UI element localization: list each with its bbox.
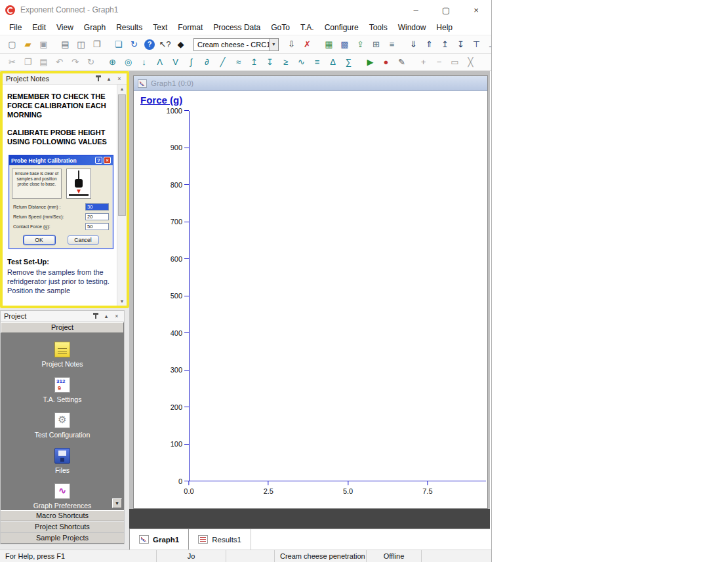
macro-record-icon[interactable]: ●: [379, 55, 393, 69]
clear-results-icon[interactable]: ✗: [300, 37, 314, 51]
shortcut-bar[interactable]: Sample Projects: [1, 532, 124, 544]
trough-detect-icon[interactable]: V: [169, 55, 182, 69]
project-panel-item[interactable]: Graph Preferences: [33, 483, 92, 510]
linear-fit-icon[interactable]: ╱: [216, 55, 230, 69]
pin-icon[interactable]: [92, 312, 100, 320]
minimize-button[interactable]: –: [401, 0, 431, 20]
refresh-icon[interactable]: ↻: [127, 37, 141, 51]
zero-force-icon[interactable]: ⊕: [106, 55, 119, 69]
collapse-icon[interactable]: ▴: [102, 312, 110, 320]
View[interactable]: View: [51, 22, 79, 33]
Format[interactable]: Format: [172, 22, 208, 33]
scroll-down-icon[interactable]: ▼: [117, 297, 127, 306]
project-panel-item[interactable]: T.A. Settings: [43, 377, 82, 403]
cut-icon[interactable]: ✂: [5, 55, 19, 69]
calibrate-height-icon[interactable]: ⊥: [485, 37, 492, 51]
shortcut-bar[interactable]: Macro Shortcuts: [1, 510, 124, 521]
crosshair-icon[interactable]: ╳: [464, 55, 477, 69]
threshold-icon[interactable]: ≥: [279, 55, 293, 69]
refresh-graph-icon[interactable]: ↻: [84, 55, 98, 69]
oscillation-icon[interactable]: ∿: [294, 55, 308, 69]
differentiate-icon[interactable]: Δ: [326, 55, 340, 69]
Graph[interactable]: Graph: [79, 22, 111, 33]
test-configuration-combobox[interactable]: Cream cheese - CRC1_P5 ▾: [193, 38, 279, 51]
run-test-icon[interactable]: ⇓: [407, 37, 420, 51]
marker-drop-icon[interactable]: ↓: [137, 55, 151, 69]
help-icon[interactable]: ?: [144, 39, 155, 50]
min-force-icon[interactable]: ↧: [263, 55, 277, 69]
area-under-curve-icon[interactable]: ∫: [184, 55, 198, 69]
print-icon[interactable]: ▤: [58, 37, 72, 51]
Process Data[interactable]: Process Data: [208, 22, 266, 33]
gradient-icon[interactable]: ∂: [200, 55, 214, 69]
integrate-icon[interactable]: ∑: [342, 55, 355, 69]
document-tab[interactable]: Results1: [189, 529, 251, 550]
y-tick-mark: [184, 444, 189, 445]
Help[interactable]: Help: [431, 22, 458, 33]
combobox-dropdown-icon[interactable]: ▾: [269, 39, 278, 50]
File[interactable]: File: [4, 22, 27, 33]
pin-icon[interactable]: [94, 75, 102, 83]
stop-test-icon[interactable]: ⇑: [422, 37, 436, 51]
open-folder-icon[interactable]: ▰: [21, 37, 35, 51]
max-force-icon[interactable]: ↥: [247, 55, 261, 69]
data-list-icon[interactable]: ≡: [385, 37, 399, 51]
zoom-out-icon[interactable]: −: [432, 55, 446, 69]
new-document-icon[interactable]: ▢: [5, 37, 19, 51]
project-panel-item[interactable]: Files: [54, 448, 70, 474]
copy-graph-icon[interactable]: ❐: [90, 37, 104, 51]
tare-force-icon[interactable]: ⊤: [470, 37, 483, 51]
graph-window-titlebar[interactable]: Graph1 (0:0): [134, 76, 487, 91]
annotate-icon[interactable]: ✎: [395, 55, 409, 69]
document-tab[interactable]: Graph1: [129, 529, 189, 550]
context-help-icon[interactable]: ↖?: [158, 37, 172, 51]
project-panel-item[interactable]: Project Notes: [41, 342, 83, 368]
zoom-in-icon[interactable]: +: [416, 55, 430, 69]
project-panel-item[interactable]: Test Configuration: [35, 412, 91, 439]
close-button[interactable]: ×: [461, 0, 491, 20]
insert-data-icon[interactable]: ⊞: [369, 37, 383, 51]
anchor-graph-icon[interactable]: ◎: [121, 55, 135, 69]
mean-line-icon[interactable]: ≈: [232, 55, 245, 69]
print-preview-icon[interactable]: ◫: [74, 37, 88, 51]
project-scroll-down-icon[interactable]: ▼: [112, 498, 122, 508]
graph-window[interactable]: Graph1 (0:0) Force (g) 1000: [133, 75, 488, 509]
Tools[interactable]: Tools: [364, 22, 393, 33]
Text[interactable]: Text: [148, 22, 172, 33]
redo-icon[interactable]: ↷: [68, 55, 82, 69]
export-data-icon[interactable]: ❏: [111, 37, 125, 51]
y-tick-label: 500: [171, 292, 182, 300]
copy-icon[interactable]: ❐: [21, 55, 35, 69]
Edit[interactable]: Edit: [27, 22, 51, 33]
scrollbar-thumb[interactable]: [118, 94, 126, 216]
Results[interactable]: Results: [111, 22, 148, 33]
maximize-button[interactable]: ▢: [431, 0, 461, 20]
undo-icon[interactable]: ↶: [52, 55, 66, 69]
probe-up-icon[interactable]: ↥: [438, 37, 452, 51]
scroll-up-icon[interactable]: ▲: [117, 85, 127, 93]
append-data-icon[interactable]: ⇪: [354, 37, 367, 51]
smoothing-icon[interactable]: ≡: [310, 55, 324, 69]
collapse-icon[interactable]: ▴: [105, 75, 113, 83]
macro-play-icon[interactable]: ▶: [363, 55, 377, 69]
T.A.[interactable]: T.A.: [295, 22, 319, 33]
reset-zoom-icon[interactable]: ▭: [448, 55, 462, 69]
sort-results-icon[interactable]: ⇩: [285, 37, 298, 51]
save-icon[interactable]: ▣: [37, 37, 51, 51]
left-column: Project Notes ▴ × REMEMBER TO CHECK THE …: [0, 71, 129, 550]
peak-detect-icon[interactable]: Λ: [153, 55, 167, 69]
GoTo[interactable]: GoTo: [266, 22, 295, 33]
Window[interactable]: Window: [393, 22, 432, 33]
probe-blob: [75, 179, 83, 188]
tutorial-cap-icon[interactable]: ◆: [174, 37, 188, 51]
paste-icon[interactable]: ▤: [37, 55, 51, 69]
load-test-data-icon[interactable]: ▦: [322, 37, 336, 51]
notes-scrollbar[interactable]: ▲ ▼: [117, 85, 127, 306]
save-test-data-icon[interactable]: ▩: [338, 37, 352, 51]
y-tick-mark: [184, 222, 189, 222]
Configure[interactable]: Configure: [319, 22, 364, 33]
close-panel-icon[interactable]: ×: [115, 75, 123, 83]
probe-down-icon[interactable]: ↧: [454, 37, 468, 51]
shortcut-bar[interactable]: Project Shortcuts: [1, 521, 124, 532]
close-panel-icon[interactable]: ×: [113, 312, 121, 320]
